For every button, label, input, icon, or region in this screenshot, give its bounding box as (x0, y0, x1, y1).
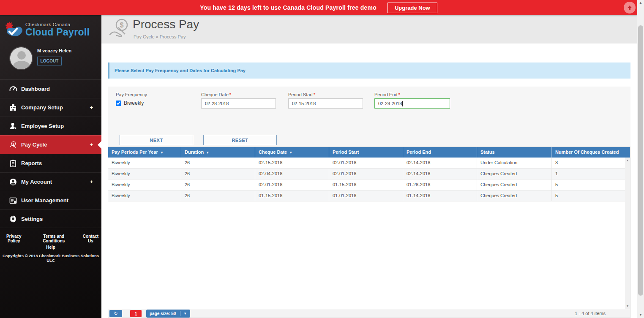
company-icon (8, 104, 18, 111)
svg-text:$: $ (120, 22, 124, 29)
grid-scrollbar[interactable]: ▲ ▼ (625, 158, 630, 309)
header-scroll-stub (625, 147, 630, 158)
biweekly-label: Biweekly (124, 100, 144, 106)
info-message-bar: Please Select Pay Frequency and Dates fo… (108, 63, 630, 79)
upgrade-now-button[interactable]: Upgrade Now (387, 3, 437, 13)
contact-us-link[interactable]: Contact Us (80, 234, 101, 243)
breadcrumb: Pay Cycle » Process Pay (134, 34, 186, 39)
privacy-policy-link[interactable]: Privacy Policy (0, 234, 28, 243)
page-title: Process Pay (133, 18, 199, 31)
pay-form: Pay Frequency Cheque Date* Period Start*… (108, 87, 630, 147)
help-link[interactable]: Help (0, 245, 101, 250)
text-cursor (402, 101, 403, 106)
biweekly-checkbox[interactable] (116, 101, 121, 106)
page-1-button[interactable]: 1 (130, 310, 142, 317)
scrollbar-up-icon[interactable]: ▲ (637, 0, 644, 6)
avatar (9, 46, 33, 70)
status-cell: Cheques Created (477, 190, 552, 201)
sidebar-item-pay-cycle[interactable]: $ Pay Cycle + (0, 135, 101, 154)
scroll-to-top-button[interactable] (624, 2, 636, 14)
column-header-period-start[interactable]: Period Start (329, 147, 403, 158)
brand-logo[interactable]: Checkmark Canada Cloud Payroll (3, 18, 99, 41)
table-row[interactable]: Biweekly 26 01-15-2018 01-01-2018 01-14-… (108, 190, 625, 201)
column-header-duration[interactable]: Duration▼ (181, 147, 255, 158)
user-management-icon (8, 197, 18, 204)
column-header-status[interactable]: Status (477, 147, 552, 158)
user-name: M veazey Helen (37, 48, 71, 53)
terms-link[interactable]: Terms and Conditions (33, 234, 75, 243)
sidebar-footer: Privacy Policy Terms and Conditions Cont… (0, 234, 101, 263)
dashboard-icon (8, 85, 18, 92)
page-scrollbar[interactable]: ▲ ▼ (637, 0, 644, 318)
sidebar-item-settings[interactable]: Settings (0, 209, 101, 228)
copyright-text: Copyrights © 2018 Checkmark Business Sol… (0, 253, 101, 263)
arrow-up-icon (627, 5, 633, 11)
sidebar-item-dashboard[interactable]: Dashboard (0, 79, 101, 98)
table-row[interactable]: Biweekly 26 02-15-2018 02-01-2018 02-14-… (108, 158, 625, 169)
expand-plus-icon[interactable]: + (90, 179, 93, 185)
trial-banner: You have 12 days left to use Canada Clou… (0, 0, 637, 15)
column-header-cheque-date[interactable]: Cheque Date▼ (255, 147, 329, 158)
grid-body: Biweekly 26 02-15-2018 02-01-2018 02-14-… (108, 158, 630, 309)
period-end-input[interactable]: 02-28-2018 (374, 98, 450, 109)
table-row[interactable]: Biweekly 26 02-04-2018 02-01-2018 02-14-… (108, 169, 625, 179)
table-row[interactable]: Biweekly 26 02-01-2018 01-15-2018 01-28-… (108, 179, 625, 190)
items-count-label: 1 - 4 of 4 items (575, 309, 606, 318)
cheque-date-label: Cheque Date* (201, 92, 231, 97)
biweekly-checkbox-row: Biweekly (116, 100, 144, 106)
account-icon (8, 178, 18, 186)
required-marker: * (398, 92, 400, 97)
required-marker: * (229, 92, 231, 97)
chevron-down-icon: ▼ (183, 312, 187, 315)
pay-periods-grid: Pay Periods Per Year▼ Duration▼ Cheque D… (108, 147, 630, 318)
refresh-button[interactable]: ↻ (109, 310, 122, 317)
grid-header: Pay Periods Per Year▼ Duration▼ Cheque D… (108, 147, 630, 158)
column-header-cheques-created[interactable]: Number Of Cheques Created (552, 147, 625, 158)
sort-down-icon: ▼ (160, 151, 164, 155)
cheque-date-input[interactable] (201, 98, 276, 109)
column-header-period-end[interactable]: Period End (403, 147, 477, 158)
grid-scroll-up-icon[interactable]: ▲ (625, 159, 630, 162)
sidebar-item-reports[interactable]: Reports (0, 154, 101, 172)
period-end-label: Period End* (374, 92, 400, 97)
process-pay-icon: $ (108, 18, 132, 41)
sidebar-item-user-management[interactable]: User Management (0, 191, 101, 209)
expand-plus-icon[interactable]: + (90, 104, 93, 111)
column-header-pay-periods[interactable]: Pay Periods Per Year▼ (108, 147, 181, 158)
brand-logo-icon (3, 21, 24, 38)
logout-button[interactable]: LOGOUT (37, 57, 62, 65)
page-size-dropdown[interactable]: page size: 50 ▼ (146, 310, 190, 318)
settings-icon (8, 215, 18, 223)
sidebar-item-employee-setup[interactable]: Employee Setup (0, 117, 101, 135)
required-marker: * (314, 92, 315, 97)
page-header: $ Process Pay Pay Cycle » Process Pay (101, 15, 637, 43)
sidebar-item-my-account[interactable]: My Account + (0, 172, 101, 191)
scrollbar-down-icon[interactable]: ▼ (637, 312, 644, 318)
info-message-text: Please Select Pay Frequency and Dates fo… (115, 68, 246, 73)
svg-text:$: $ (13, 142, 14, 146)
pay-frequency-label: Pay Frequency (116, 92, 147, 97)
sort-down-icon: ▼ (289, 151, 292, 155)
period-start-label: Period Start* (288, 92, 315, 97)
sidebar-item-company-setup[interactable]: Company Setup + (0, 98, 101, 117)
grid-scroll-down-icon[interactable]: ▼ (625, 304, 630, 307)
scrollbar-thumb[interactable] (638, 25, 643, 296)
expand-plus-icon[interactable]: + (90, 141, 93, 148)
pay-cycle-icon: $ (8, 141, 18, 149)
reset-button[interactable]: RESET (203, 135, 277, 145)
next-button[interactable]: NEXT (120, 135, 193, 145)
main-content: $ Process Pay Pay Cycle » Process Pay Pl… (101, 15, 637, 318)
period-start-input[interactable] (288, 98, 363, 109)
brand-name-bottom: Cloud Payroll (25, 27, 90, 37)
sidebar-menu: Dashboard Company Setup + Employee Setup… (0, 79, 101, 228)
reports-icon (8, 160, 18, 167)
grid-pager: ↻ 1 page size: 50 ▼ 1 - 4 of 4 items (108, 309, 630, 318)
user-block: M veazey Helen LOGOUT (0, 46, 101, 79)
status-cell: Cheques Created (477, 169, 552, 179)
trial-banner-text: You have 12 days left to use Canada Clou… (200, 4, 377, 11)
sort-down-icon: ▼ (206, 151, 209, 155)
status-cell: Cheques Created (477, 179, 552, 190)
sidebar: Checkmark Canada Cloud Payroll M veazey … (0, 15, 101, 318)
status-cell: Under Calculation (477, 158, 552, 168)
employee-icon (8, 122, 18, 130)
